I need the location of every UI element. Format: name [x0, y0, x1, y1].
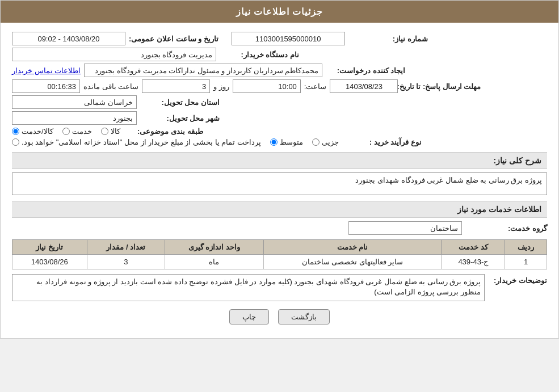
category-kala-label: کالا — [111, 127, 120, 136]
services-table: ردیف کد خدمت نام خدمت واحد اندازه گیری ت… — [12, 239, 547, 269]
date-announce-label: تاریخ و ساعت اعلان عمومی: — [129, 35, 218, 43]
general-desc-value: پروژه برق رسانی به ضلع شمال غربی فرودگاه… — [12, 172, 547, 195]
cell-name: سایر فعالیتهای تخصصی ساختمان — [263, 255, 442, 269]
purchase-mootaset-radio[interactable] — [270, 138, 278, 146]
purchase-jozi-label: جزیی — [322, 138, 339, 146]
row-purchase-type: نوع فرآیند خرید : پرداخت تمام یا بخشی از… — [12, 138, 547, 146]
purchase-mootaset: متوسط — [270, 138, 303, 146]
service-group-value: ساختمان — [348, 221, 462, 235]
col-date: تاریخ نیاز — [12, 240, 87, 255]
purchase-jozi-radio[interactable] — [312, 138, 320, 146]
city-value: بجنورد — [12, 111, 137, 125]
row-city: شهر محل تحویل: بجنورد — [12, 111, 547, 125]
remaining-label: ساعت باقی مانده — [83, 82, 138, 91]
row-need-number: شماره نیاز: 1103001595000010 تاریخ و ساع… — [12, 32, 547, 45]
service-group-row: گروه خدمت: ساختمان — [12, 221, 547, 235]
general-desc-label: شرح کلی نیاز: — [494, 156, 541, 165]
col-row: ردیف — [505, 240, 547, 255]
deadline-day: 3 — [142, 79, 210, 93]
requester-value: محمدکاظم سرداریان کاربرداز و مسئول ندارا… — [84, 64, 322, 77]
purchase-jozi: جزیی — [312, 138, 339, 146]
table-row: 1ج-43-439سایر فعالیتهای تخصصی ساختمانماه… — [12, 255, 547, 269]
category-kala-radio[interactable] — [101, 128, 108, 135]
row-org-name: نام دستگاه خریدار: مدیریت فرودگاه بجنورد — [12, 48, 547, 61]
purchase-type-label: نوع فرآیند خرید : — [342, 138, 422, 146]
purchase-mootaset-label: متوسط — [280, 138, 303, 146]
city-label: شهر محل تحویل: — [140, 114, 220, 123]
service-group-label: گروه خدمت: — [468, 224, 547, 233]
buyer-desc-content: پروژه برق رسانی به ضلع شمال غربی فرودگاه… — [12, 274, 485, 301]
category-khedmat-radio[interactable] — [62, 128, 70, 135]
category-label: طبقه بندی موضوعی: — [124, 127, 203, 136]
page-wrapper: جزئیات اطلاعات نیاز شماره نیاز: 11030015… — [0, 0, 559, 339]
deadline-time: 10:00 — [233, 79, 301, 93]
remaining-time: 00:16:33 — [12, 79, 80, 93]
need-number-label: شماره نیاز: — [348, 35, 428, 43]
requester-label: ایجاد کننده درخواست: — [326, 66, 405, 75]
col-name: نام خدمت — [263, 240, 442, 255]
buyer-desc-label: توضیحات خریدار: — [490, 274, 547, 285]
deadline-label: مهلت ارسال پاسخ: تا تاریخ: — [401, 82, 481, 91]
col-unit: واحد اندازه گیری — [165, 240, 263, 255]
purchase-esnad-label: پرداخت تمام یا بخشی از مبلغ خریدار از مح… — [22, 138, 261, 146]
buyer-desc-outer: توضیحات خریدار: پروژه برق رسانی به ضلع ش… — [12, 274, 547, 301]
row-requester: ایجاد کننده درخواست: محمدکاظم سرداریان ک… — [12, 64, 547, 77]
org-name-label: نام دستگاه خریدار: — [220, 50, 299, 59]
general-desc-area: پروژه برق رسانی به ضلع شمال غربی فرودگاه… — [12, 172, 547, 195]
deadline-date: 1403/08/23 — [330, 79, 398, 93]
contact-link[interactable]: اطلاعات تماس خریدار — [12, 66, 81, 75]
row-category: طبقه بندی موضوعی: کالا/خدمت خدمت کالا — [12, 127, 547, 136]
need-number-value: 1103001595000010 — [232, 32, 345, 45]
buyer-desc-value: پروژه برق رسانی به ضلع شمال غربی فرودگاه… — [12, 274, 485, 301]
category-kala-khedmat-radio[interactable] — [12, 128, 19, 135]
row-deadline: مهلت ارسال پاسخ: تا تاریخ: 1403/08/23 سا… — [12, 79, 547, 93]
category-radios: کالا/خدمت خدمت کالا — [12, 127, 120, 136]
main-content: شماره نیاز: 1103001595000010 تاریخ و ساع… — [1, 23, 558, 338]
service-info-title-text: اطلاعات خدمات مورد نیاز — [457, 205, 541, 214]
date-announce-value: 1403/08/20 - 09:02 — [12, 32, 125, 45]
col-code: کد خدمت — [442, 240, 505, 255]
col-qty: تعداد / مقدار — [87, 240, 165, 255]
cell-date: 1403/08/26 — [12, 255, 87, 269]
category-khedmat: خدمت — [62, 127, 92, 136]
print-button[interactable]: چاپ — [229, 309, 269, 324]
row-province: استان محل تحویل: خراسان شمالی — [12, 95, 547, 109]
province-value: خراسان شمالی — [12, 95, 137, 109]
purchase-esnad: پرداخت تمام یا بخشی از مبلغ خریدار از مح… — [12, 138, 261, 146]
cell-row: 1 — [505, 255, 547, 269]
org-name-value: مدیریت فرودگاه بجنورد — [12, 48, 216, 61]
purchase-radios: پرداخت تمام یا بخشی از مبلغ خریدار از مح… — [12, 138, 339, 146]
page-header: جزئیات اطلاعات نیاز — [1, 1, 558, 23]
service-info-title: اطلاعات خدمات مورد نیاز — [12, 201, 547, 218]
cell-code: ج-43-439 — [442, 255, 505, 269]
category-kala: کالا — [101, 127, 120, 136]
cell-unit: ماه — [165, 255, 263, 269]
deadline-time-label: ساعت: — [304, 82, 327, 91]
purchase-esnad-radio[interactable] — [12, 138, 19, 146]
category-kala-khedmat-label: کالا/خدمت — [22, 127, 53, 136]
category-kala-khedmat: کالا/خدمت — [12, 127, 53, 136]
page-title: جزئیات اطلاعات نیاز — [236, 7, 323, 16]
cell-qty: 3 — [87, 255, 165, 269]
table-header-row: ردیف کد خدمت نام خدمت واحد اندازه گیری ت… — [12, 240, 547, 255]
deadline-day-label: روز و — [213, 82, 229, 91]
province-label: استان محل تحویل: — [140, 98, 220, 107]
general-desc-section-title: شرح کلی نیاز: — [12, 152, 547, 169]
button-row: بازگشت چاپ — [12, 309, 547, 324]
back-button[interactable]: بازگشت — [278, 309, 330, 324]
category-khedmat-label: خدمت — [72, 127, 92, 136]
